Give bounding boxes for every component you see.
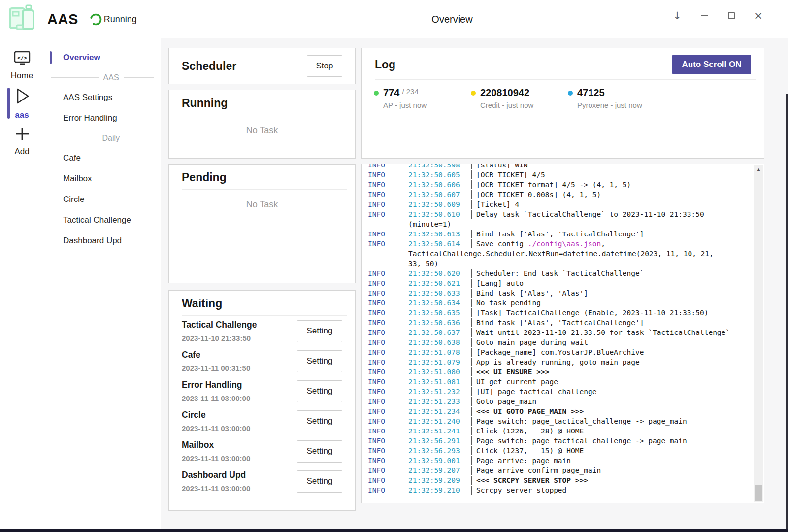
minimize-button[interactable] bbox=[699, 10, 709, 21]
log-timestamp: 21:32:50.614 bbox=[408, 239, 471, 249]
arrow-down-icon: ↓ bbox=[673, 10, 682, 22]
log-message: Delay task `TacticalChallenge` to 2023-1… bbox=[476, 209, 704, 219]
log-separator bbox=[471, 486, 472, 495]
log-level: INFO bbox=[368, 239, 408, 249]
log-timestamp: 21:32:50.598 bbox=[408, 164, 471, 170]
log-text: Bind task ['Alas', 'TacticalChallenge'] bbox=[476, 319, 644, 327]
log-timestamp: 21:32:50.635 bbox=[408, 308, 471, 318]
svg-text:</>: </> bbox=[17, 54, 27, 61]
sidebar-item-dashboard-upd[interactable]: Dashboard Upd bbox=[45, 231, 160, 251]
waiting-item-info: Dashboard Upd2023-11-11 03:00:00 bbox=[182, 470, 250, 493]
log-separator bbox=[471, 210, 472, 219]
task-setting-button[interactable]: Setting bbox=[297, 440, 342, 463]
log-message: Click (1237, 15) @ HOME bbox=[476, 446, 584, 456]
rail-item-aas[interactable]: aas bbox=[0, 84, 44, 122]
rail-item-label: Add bbox=[14, 147, 29, 157]
log-message: <<< SCRCPY SERVER STOP >>> bbox=[476, 475, 588, 485]
log-level: INFO bbox=[368, 466, 408, 475]
log-timestamp: 21:32:51.078 bbox=[408, 347, 471, 357]
running-title: Running bbox=[182, 97, 228, 110]
log-line: INFO21:32:50.609[Ticket] 4 bbox=[368, 200, 751, 209]
log-separator bbox=[471, 180, 472, 189]
sidebar-item-mailbox[interactable]: Mailbox bbox=[45, 168, 160, 189]
log-text: No task pending bbox=[476, 299, 541, 307]
log-timestamp: 21:32:59.210 bbox=[408, 485, 471, 495]
log-text: Wait until 2023-11-10 21:33:50 for task … bbox=[476, 329, 730, 336]
log-separator bbox=[471, 466, 472, 475]
log-text: Page switch: page_tactical_challenge -> … bbox=[476, 417, 687, 425]
task-setting-button[interactable]: Setting bbox=[297, 470, 342, 493]
divider-line bbox=[125, 138, 154, 138]
sidebar-group-label: AAS bbox=[103, 73, 119, 82]
log-separator bbox=[471, 397, 472, 406]
log-line: INFO21:32:51.232[UI] page_tactical_chall… bbox=[368, 387, 751, 397]
waiting-item-info: Error Handling2023-11-11 03:00:00 bbox=[182, 380, 250, 402]
log-message: [OCR_TICKET] 4/5 bbox=[476, 170, 545, 180]
log-line: INFO21:32:59.001Page arrive: page_main bbox=[368, 456, 751, 466]
log-separator bbox=[471, 456, 472, 465]
close-button[interactable]: × bbox=[754, 10, 763, 21]
sidebar-item-error-handling[interactable]: Error Handling bbox=[45, 108, 160, 129]
log-message: [Ticket] 4 bbox=[476, 200, 519, 209]
stat-value: 774 bbox=[383, 87, 399, 99]
log-timestamp: 21:32:50.634 bbox=[408, 298, 471, 308]
sidebar-item-label: Dashboard Upd bbox=[63, 236, 122, 246]
stat-label: Pyroxene - just now bbox=[577, 101, 665, 109]
log-message: Save config ./config\aas.json, bbox=[476, 239, 605, 249]
task-setting-button[interactable]: Setting bbox=[297, 320, 342, 342]
stat-label: Credit - just now bbox=[480, 101, 568, 109]
waiting-task-next-run: 2023-11-11 03:00:00 bbox=[182, 394, 250, 402]
auto-scroll-toggle[interactable]: Auto Scroll ON bbox=[672, 55, 751, 74]
code-window-icon: </> bbox=[13, 50, 31, 68]
maximize-icon bbox=[728, 12, 735, 19]
sidebar-item-tactical-challenge[interactable]: Tactical Challenge bbox=[45, 210, 160, 231]
sidebar-item-cafe[interactable]: Cafe bbox=[45, 148, 160, 168]
log-line: INFO21:32:51.241Click (1226, 28) @ HOME bbox=[368, 426, 751, 436]
scroll-up-arrow-icon[interactable]: ▲ bbox=[754, 167, 763, 172]
log-level: INFO bbox=[368, 426, 408, 436]
sidebar-item-aas-settings[interactable]: AAS Settings bbox=[45, 87, 160, 108]
waiting-item: Cafe2023-11-11 00:31:50Setting bbox=[169, 346, 355, 376]
rail-item-home[interactable]: </>Home bbox=[0, 46, 44, 84]
log-separator bbox=[471, 338, 472, 347]
log-text: [OCR_TICKET] 4/5 bbox=[476, 171, 545, 179]
sidebar-item-label: Cafe bbox=[63, 153, 81, 163]
log-timestamp: 21:32:59.207 bbox=[408, 466, 471, 475]
log-scrollbar[interactable]: ▲ bbox=[754, 165, 763, 502]
log-text: [OCR_TICKET 0.008s] (4, 1, 5) bbox=[476, 191, 601, 199]
log-text: Click (1237, 15) @ HOME bbox=[476, 447, 584, 455]
log-separator bbox=[471, 377, 472, 386]
log-timestamp: 21:32:51.079 bbox=[408, 357, 471, 367]
scheduler-title: Scheduler bbox=[182, 60, 236, 73]
log-level: INFO bbox=[368, 298, 408, 308]
scrollbar-thumb[interactable] bbox=[755, 485, 762, 501]
stop-button[interactable]: Stop bbox=[307, 55, 342, 77]
log-separator bbox=[471, 348, 472, 357]
rail-item-add[interactable]: Add bbox=[0, 122, 44, 160]
log-separator bbox=[471, 328, 472, 337]
log-message: Bind task ['Alas', 'Alas'] bbox=[476, 288, 588, 298]
sidebar-item-overview[interactable]: Overview bbox=[45, 47, 160, 68]
maximize-button[interactable] bbox=[726, 10, 736, 21]
log-timestamp: 21:32:50.606 bbox=[408, 180, 471, 190]
log-level: INFO bbox=[368, 456, 408, 466]
task-setting-button[interactable]: Setting bbox=[297, 380, 342, 402]
log-text: Page switch: page_tactical_challenge -> … bbox=[476, 437, 687, 445]
hide-button[interactable]: ↓ bbox=[672, 10, 682, 21]
log-separator bbox=[471, 279, 472, 288]
rail-item-label: aas bbox=[15, 110, 29, 120]
log-text: [Package_name] com.YostarJP.BlueArchive bbox=[476, 348, 644, 356]
log-column: Log Auto Scroll ON 774/ 234AP - just now… bbox=[361, 48, 764, 503]
task-setting-button[interactable]: Setting bbox=[297, 350, 342, 372]
sidebar-item-label: Tactical Challenge bbox=[63, 215, 131, 225]
log-level: INFO bbox=[368, 446, 408, 456]
log-message: Bind task ['Alas', 'TacticalChallenge'] bbox=[476, 229, 644, 239]
log-level: INFO bbox=[368, 337, 408, 347]
log-level: INFO bbox=[368, 180, 408, 190]
scheduler-card: Scheduler Stop bbox=[168, 48, 356, 84]
log-separator bbox=[471, 164, 472, 169]
sidebar-item-circle[interactable]: Circle bbox=[45, 189, 160, 210]
task-setting-button[interactable]: Setting bbox=[297, 410, 342, 432]
waiting-task-next-run: 2023-11-11 03:00:00 bbox=[182, 484, 250, 493]
stat-row: 774/ 234 bbox=[374, 87, 471, 99]
